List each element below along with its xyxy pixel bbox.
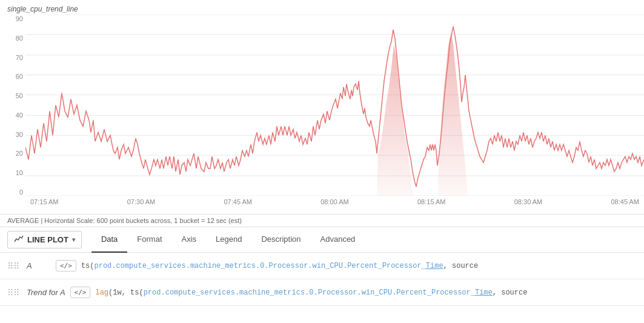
x-label-0815: 08:15 AM [417,198,445,205]
formula-a: ts(prod.compute_services.machine_metrics… [81,262,639,270]
row-label-trend: Trend for A [27,288,65,297]
x-label-0745: 07:45 AM [224,198,252,205]
row-label-a: A [27,261,51,270]
tab-axis[interactable]: Axis [172,227,207,253]
y-label-50: 50 [2,93,23,99]
chart-container: single_cpu_trend_line 0 10 20 30 40 50 6… [0,0,644,306]
chart-info: AVERAGE | Horizontal Scale: 600 point bu… [0,215,644,227]
tab-advanced[interactable]: Advanced [311,227,365,253]
y-label-60: 60 [2,73,23,80]
formula-trend: lag(1w, ts(prod.compute_services.machine… [95,288,639,297]
y-label-10: 10 [2,170,23,176]
y-label-30: 30 [2,132,23,138]
x-axis: 07:15 AM 07:30 AM 07:45 AM 08:00 AM 08:1… [25,196,644,214]
table-row: ⠿⠿ Trend for A </> lag(1w, ts(prod.compu… [0,279,644,306]
svg-marker-11 [437,33,468,196]
code-toggle-a[interactable]: </> [56,260,76,271]
tab-legend[interactable]: Legend [206,227,251,253]
table-row: ⠿⠿ A </> ts(prod.compute_services.machin… [0,253,644,279]
drag-handle-a[interactable]: ⠿⠿ [5,261,22,271]
y-label-70: 70 [2,55,23,61]
chart-title: single_cpu_trend_line [0,0,644,15]
x-label-0830: 08:30 AM [514,198,542,205]
tabs-bar: LINE PLOT ▾ Data Format Axis Legend Desc… [0,227,644,253]
plot-type-label: LINE PLOT [27,235,68,244]
chart-area: 0 10 20 30 40 50 60 70 80 90 [0,15,644,215]
plot-type-button[interactable]: LINE PLOT ▾ [7,231,82,248]
chevron-down-icon: ▾ [72,236,75,243]
tab-format[interactable]: Format [127,227,171,253]
tab-description[interactable]: Description [251,227,310,253]
line-plot-icon [14,235,24,245]
y-label-40: 40 [2,112,23,119]
x-label-0715: 07:15 AM [30,198,58,205]
x-label-0730: 07:30 AM [127,198,155,205]
y-label-20: 20 [2,150,23,157]
drag-handle-trend[interactable]: ⠿⠿ [5,288,22,298]
y-label-0: 0 [2,189,23,196]
tab-data[interactable]: Data [91,227,127,253]
svg-marker-10 [377,45,413,196]
chart-plot [25,15,644,196]
data-rows: ⠿⠿ A </> ts(prod.compute_services.machin… [0,253,644,306]
code-toggle-trend[interactable]: </> [70,287,91,298]
x-label-0800: 08:00 AM [320,198,348,205]
y-label-80: 80 [2,35,23,42]
x-label-0845: 08:45 AM [611,198,639,205]
y-label-90: 90 [2,16,23,22]
y-axis: 0 10 20 30 40 50 60 70 80 90 [0,15,25,196]
